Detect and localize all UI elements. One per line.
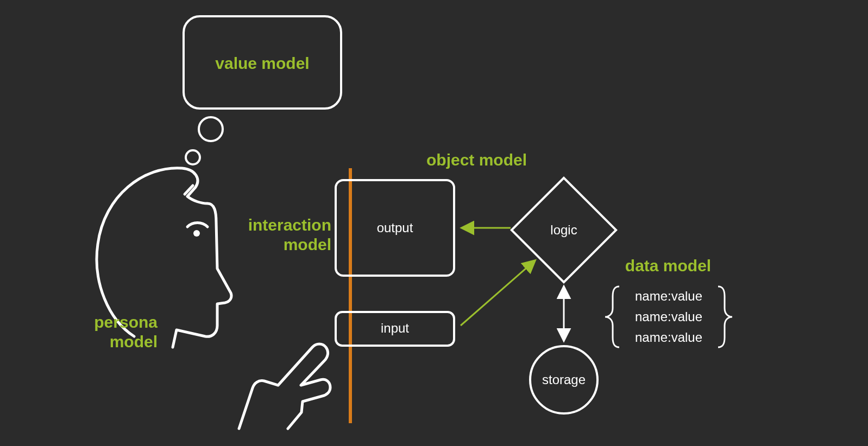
persona-model-label-l2: model [110, 333, 158, 351]
brace-right-icon [718, 286, 732, 347]
thought-dot-small-icon [186, 150, 200, 164]
thought-dot-icon [199, 117, 223, 141]
logic-label: logic [550, 222, 577, 237]
interaction-model-label-l1: interaction [248, 216, 331, 234]
output-label: output [377, 220, 413, 235]
data-pair-1: name:value [635, 289, 702, 303]
pointing-hand-icon [239, 344, 330, 429]
interaction-model-label-l2: model [284, 235, 331, 253]
object-model-label: object model [426, 151, 527, 169]
concept-diagram: value model persona model interaction mo… [0, 0, 868, 446]
arrow-input-logic [461, 260, 535, 326]
data-model-label: data model [625, 257, 711, 275]
data-model-block: name:value name:value name:value [605, 286, 732, 347]
data-pair-2: name:value [635, 309, 702, 324]
persona-model-label-l1: persona [94, 313, 158, 331]
storage-label: storage [542, 372, 586, 387]
brace-left-icon [605, 286, 619, 347]
value-model-label: value model [215, 54, 309, 72]
input-label: input [381, 321, 409, 335]
data-pair-3: name:value [635, 330, 702, 345]
svg-point-0 [193, 230, 200, 237]
